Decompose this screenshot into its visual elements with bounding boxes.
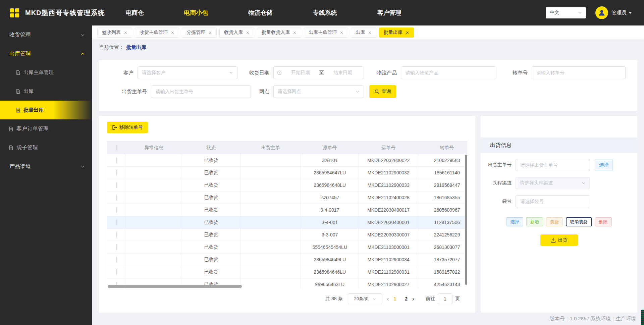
goto-page-input[interactable]: 1 xyxy=(438,293,452,304)
sidebar-item-6[interactable]: 客户订单管理 xyxy=(0,119,92,138)
nav-item-4[interactable]: 专线系统 xyxy=(313,9,337,17)
row-checkbox[interactable] xyxy=(116,232,117,238)
sidebar-item-label: 出库 xyxy=(23,88,34,95)
tab-4[interactable]: 收货入库 xyxy=(219,28,254,38)
prev-page-button[interactable]: ‹ xyxy=(387,296,389,302)
receive-date-range[interactable]: 开始日期 至 结束日期 xyxy=(273,66,364,79)
table-row-6[interactable]: 已收货3-4-001MKDE220304000011128137506 xyxy=(107,216,468,229)
cell-transfer: 2605609967 xyxy=(418,204,467,216)
cell-master xyxy=(240,278,301,289)
close-icon[interactable] xyxy=(293,31,297,35)
table-row-8[interactable]: 已收货55546545454LUMKDE21103000001268130307… xyxy=(107,241,468,254)
page-scrollbar-thumb[interactable] xyxy=(641,310,644,325)
action-button-green[interactable]: 新增 xyxy=(526,217,543,226)
sidebar-group-1[interactable]: 收货管理 xyxy=(0,25,92,44)
ship-button[interactable]: 出货 xyxy=(540,234,578,246)
master-input[interactable] xyxy=(151,86,251,98)
table-row-10[interactable]: 已收货2365984646LUMKDE211029000311589157022 xyxy=(107,266,468,278)
remove-transfer-button[interactable]: 移除转单号 xyxy=(107,122,148,133)
cell-master xyxy=(240,266,301,278)
row-checkbox[interactable] xyxy=(116,207,117,213)
chevron-down-icon xyxy=(356,90,360,94)
horizontal-scrollbar[interactable] xyxy=(108,285,242,288)
row-checkbox[interactable] xyxy=(116,257,117,263)
close-icon[interactable] xyxy=(208,31,212,35)
cell-transfer: 1861685355 xyxy=(418,192,467,204)
sidebar-group-2[interactable]: 出库管理 xyxy=(0,44,92,63)
customer-select[interactable]: 请选择客户 xyxy=(138,66,237,79)
sidebar-item-4[interactable]: 出库 xyxy=(0,82,92,101)
action-button-blue[interactable]: 选择 xyxy=(506,217,523,226)
close-icon[interactable] xyxy=(406,31,409,35)
cell-status: 已收货 xyxy=(182,204,240,216)
row-checkbox[interactable] xyxy=(116,219,117,225)
table-row-2[interactable]: 已收货2365984647LUMKDE211029000321856161140 xyxy=(107,167,468,179)
transfer-input[interactable] xyxy=(532,67,625,79)
sidebar-item-5[interactable]: 批量出库 xyxy=(0,101,92,119)
row-checkbox[interactable] xyxy=(116,170,117,176)
sidebar-item-7[interactable]: 袋子管理 xyxy=(0,138,92,157)
table-row-7[interactable]: 已收货3-3-007MKDE220303000072241256229 xyxy=(107,229,468,241)
action-button-orange[interactable]: 装袋 xyxy=(546,217,563,226)
page-size-select[interactable]: 20条/页 xyxy=(348,293,382,304)
ship-master-input[interactable] xyxy=(516,159,590,171)
cell-transfer: 1856161140 xyxy=(418,167,467,179)
row-checkbox[interactable] xyxy=(116,269,117,275)
row-checkbox[interactable] xyxy=(116,244,117,250)
row-checkbox[interactable] xyxy=(116,182,117,188)
pagination: 共 38 条 20条/页 ‹ 12 › 前往 1 页 xyxy=(107,293,467,304)
page-number-1[interactable]: 1 xyxy=(393,296,396,302)
cell-master xyxy=(240,167,301,179)
vertical-scrollbar[interactable] xyxy=(465,155,467,285)
nav-item-1[interactable]: 电商仓 xyxy=(126,9,144,17)
row-checkbox-cell xyxy=(107,216,126,229)
close-icon[interactable] xyxy=(171,31,174,35)
user-avatar[interactable] xyxy=(595,6,608,19)
channel-select[interactable]: 请选择头程渠道 xyxy=(516,177,590,189)
tab-5[interactable]: 批量收货入库 xyxy=(257,28,301,38)
table-scroll-area: 异常信息状态出货主单原单号运单号转单号 已收货328101MKDE2203280… xyxy=(107,141,467,289)
table-row-9[interactable]: 已收货2365984649LUMKDE211029000341873572077 xyxy=(107,254,468,266)
close-icon[interactable] xyxy=(246,31,250,35)
tab-label: 批量出库 xyxy=(384,30,402,36)
tab-3[interactable]: 分拣管理 xyxy=(182,28,217,38)
search-button[interactable]: 查询 xyxy=(369,85,396,98)
row-checkbox-cell xyxy=(107,266,126,278)
nav-item-5[interactable]: 客户管理 xyxy=(377,9,401,17)
table-row-5[interactable]: 已收货3-4-0017MKDE220304000172605609967 xyxy=(107,204,468,216)
user-menu[interactable]: 管理员 xyxy=(611,10,632,16)
table-row-4[interactable]: 已收货lsz07457MKDE211024000281861685355 xyxy=(107,192,468,204)
action-button-navy[interactable]: 取消装袋 xyxy=(566,217,592,226)
tab-7[interactable]: 出库 xyxy=(351,28,376,38)
close-icon[interactable] xyxy=(340,31,343,35)
close-icon[interactable] xyxy=(368,31,372,35)
table-row-3[interactable]: 已收货2365984648LUMKDE211029000332919569447 xyxy=(107,179,468,192)
product-input[interactable] xyxy=(401,67,496,79)
cell-waybill: MKDE21102900032 xyxy=(359,167,418,179)
tab-8[interactable]: 批量出库 xyxy=(379,28,414,38)
row-checkbox[interactable] xyxy=(116,157,117,163)
action-button-red[interactable]: 删除 xyxy=(595,217,612,226)
row-checkbox-cell xyxy=(107,254,126,266)
bag-label: 袋号 xyxy=(481,198,516,204)
chevron-up-icon xyxy=(80,52,85,56)
nav-item-2[interactable]: 电商小包 xyxy=(184,9,208,17)
sidebar-item-3[interactable]: 出库主单管理 xyxy=(0,63,92,82)
ship-master-select-button[interactable]: 选择 xyxy=(595,159,613,171)
language-select[interactable]: 中文 xyxy=(546,7,586,18)
tab-1[interactable]: 签收列表 xyxy=(97,28,132,38)
tab-6[interactable]: 出库主单管理 xyxy=(304,28,348,38)
cell-transfer: 1873572077 xyxy=(418,254,467,266)
next-page-button[interactable]: › xyxy=(412,296,414,302)
nav-item-3[interactable]: 物流仓储 xyxy=(249,9,273,17)
row-checkbox[interactable] xyxy=(116,195,117,201)
sidebar-group-8[interactable]: 产品渠道 xyxy=(0,157,92,176)
tab-2[interactable]: 收货主单管理 xyxy=(135,28,179,38)
close-icon[interactable] xyxy=(124,31,127,35)
bag-input[interactable] xyxy=(516,196,590,207)
table-row-1[interactable]: 已收货328101MKDE220328000222106229683 xyxy=(107,154,468,167)
document-icon xyxy=(16,108,20,113)
select-all-checkbox[interactable] xyxy=(116,145,117,151)
outlet-select[interactable]: 请选择网点 xyxy=(273,85,364,98)
page-number-2[interactable]: 2 xyxy=(405,296,408,302)
